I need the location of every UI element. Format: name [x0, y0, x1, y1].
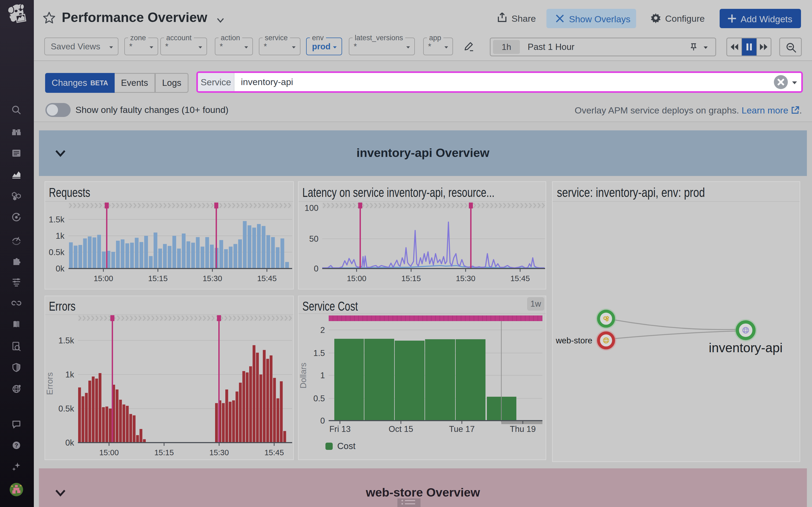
svg-text:15:15: 15:15: [148, 274, 168, 283]
svg-text:0k: 0k: [65, 438, 74, 447]
svg-text:Cost: Cost: [337, 441, 356, 451]
svg-text:1.5: 1.5: [313, 348, 325, 358]
svg-text:web-store: web-store: [556, 336, 592, 345]
svg-text:50: 50: [309, 234, 318, 243]
svg-text:0.5: 0.5: [313, 394, 325, 403]
svg-text:15:30: 15:30: [209, 448, 229, 457]
svg-text:1.5k: 1.5k: [49, 215, 64, 224]
svg-text:0.5k: 0.5k: [58, 404, 74, 413]
svg-text:15:45: 15:45: [510, 274, 530, 283]
svg-text:15:45: 15:45: [264, 448, 284, 457]
svg-text:0: 0: [320, 416, 325, 426]
svg-text:Thu 19: Thu 19: [510, 425, 536, 434]
svg-text:Tue 17: Tue 17: [449, 425, 474, 434]
svg-text:1k: 1k: [56, 231, 64, 241]
svg-text:0: 0: [314, 264, 318, 273]
svg-text:?: ?: [14, 442, 18, 449]
svg-text:15:00: 15:00: [347, 274, 366, 283]
svg-text:1: 1: [320, 371, 325, 380]
svg-text:2: 2: [320, 325, 325, 335]
svg-text:15:30: 15:30: [456, 274, 475, 283]
svg-text:15:45: 15:45: [257, 274, 277, 283]
svg-text:100: 100: [305, 203, 318, 213]
svg-text:Dollars: Dollars: [299, 363, 308, 388]
svg-text:15:30: 15:30: [203, 274, 222, 283]
svg-text:Oct 15: Oct 15: [389, 425, 413, 434]
svg-text:1.5k: 1.5k: [58, 336, 74, 345]
svg-text:15:00: 15:00: [99, 448, 119, 457]
svg-text:Errors: Errors: [45, 372, 54, 395]
svg-text:15:00: 15:00: [94, 274, 113, 283]
svg-text:1k: 1k: [65, 370, 74, 379]
svg-text:Fri 13: Fri 13: [329, 425, 350, 434]
svg-text:15:15: 15:15: [401, 274, 421, 283]
svg-text:15:15: 15:15: [154, 448, 174, 457]
svg-text:0k: 0k: [56, 264, 64, 273]
svg-text:0.5k: 0.5k: [49, 247, 64, 257]
svg-text:inventory-api: inventory-api: [709, 341, 783, 355]
